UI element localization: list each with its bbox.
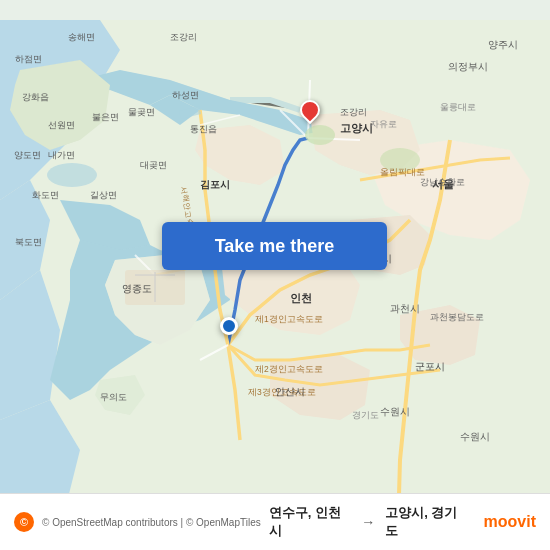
- svg-text:군포시: 군포시: [415, 361, 445, 372]
- svg-text:인천: 인천: [290, 292, 312, 304]
- svg-text:제2경인고속도로: 제2경인고속도로: [255, 364, 323, 374]
- svg-text:제1경인고속도로: 제1경인고속도로: [255, 314, 323, 324]
- svg-text:길상면: 길상면: [90, 190, 117, 200]
- svg-point-11: [47, 163, 97, 187]
- svg-text:울릉대로: 울릉대로: [440, 102, 476, 112]
- current-location-pin: [220, 317, 238, 335]
- svg-line-7: [135, 255, 155, 275]
- svg-text:서울: 서울: [432, 178, 454, 190]
- svg-text:하성면: 하성면: [172, 90, 199, 100]
- map-background: 제1경인고속도로 제2경인고속도로 제3경인고속도로 조강리 조강리 송해면 하…: [0, 0, 550, 550]
- map-container: 제1경인고속도로 제2경인고속도로 제3경인고속도로 조강리 조강리 송해면 하…: [0, 0, 550, 550]
- svg-text:내가면: 내가면: [48, 150, 75, 160]
- svg-point-12: [305, 125, 335, 145]
- svg-text:대곶면: 대곶면: [140, 160, 167, 170]
- svg-text:불은면: 불은면: [92, 112, 119, 122]
- moovit-icon: ©: [14, 512, 34, 532]
- svg-text:제3경인고속도로: 제3경인고속도로: [248, 387, 316, 397]
- svg-text:강남순환로: 강남순환로: [420, 177, 465, 187]
- svg-text:물곶면: 물곶면: [128, 107, 155, 117]
- svg-text:송해면: 송해면: [68, 32, 95, 42]
- svg-text:의정부시: 의정부시: [448, 61, 488, 72]
- svg-text:자유로: 자유로: [370, 119, 397, 129]
- svg-text:조강리: 조강리: [170, 32, 197, 42]
- svg-text:통진읍: 통진읍: [190, 124, 217, 134]
- svg-text:북도면: 북도면: [15, 237, 42, 247]
- svg-text:안산시: 안산시: [275, 386, 305, 397]
- svg-text:화도면: 화도면: [32, 190, 59, 200]
- svg-text:영종도: 영종도: [122, 283, 152, 294]
- svg-text:과천봉담도로: 과천봉담도로: [430, 312, 484, 322]
- location-to: 고양시, 경기도: [385, 504, 467, 540]
- svg-text:김포시: 김포시: [200, 179, 230, 190]
- svg-text:하점면: 하점면: [15, 54, 42, 64]
- attribution-text: © OpenStreetMap contributors | © OpenMap…: [42, 517, 261, 528]
- svg-text:선원면: 선원면: [48, 120, 75, 130]
- svg-text:무의도: 무의도: [100, 392, 127, 402]
- svg-line-4: [200, 115, 240, 125]
- direction-arrow: →: [361, 514, 375, 530]
- svg-text:수원시: 수원시: [380, 406, 410, 417]
- svg-line-3: [200, 345, 228, 360]
- svg-text:양주시: 양주시: [488, 39, 518, 50]
- location-from: 연수구, 인천시: [269, 504, 351, 540]
- take-me-there-button[interactable]: Take me there: [162, 222, 387, 270]
- svg-point-13: [380, 148, 420, 172]
- moovit-brand-text: moovit: [484, 513, 536, 530]
- bottom-bar: © © OpenStreetMap contributors | © OpenM…: [0, 493, 550, 550]
- svg-text:고양시: 고양시: [340, 122, 373, 134]
- svg-rect-0: [0, 20, 550, 530]
- moovit-logo: ©: [14, 512, 34, 532]
- svg-text:조강리: 조강리: [340, 107, 367, 117]
- destination-pin: [300, 100, 320, 120]
- svg-line-2: [308, 138, 360, 140]
- svg-text:과천시: 과천시: [390, 303, 420, 314]
- svg-text:강화읍: 강화읍: [22, 92, 49, 102]
- svg-text:양도면: 양도면: [14, 150, 41, 160]
- svg-text:올림픽대로: 올림픽대로: [380, 167, 425, 177]
- svg-rect-8: [125, 270, 185, 305]
- svg-text:경기도: 경기도: [352, 410, 379, 420]
- svg-text:수원시: 수원시: [460, 431, 490, 442]
